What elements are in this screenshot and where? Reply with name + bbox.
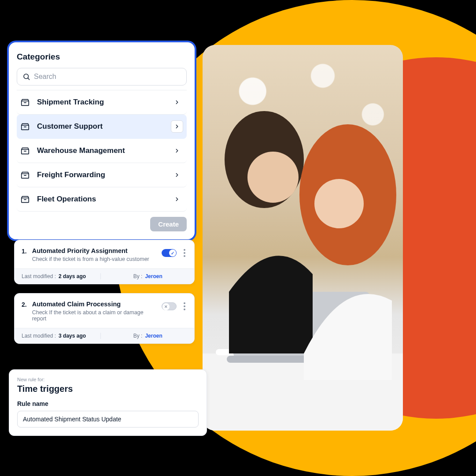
create-button[interactable]: Create [150,217,187,231]
by-label: By : [133,273,143,279]
rule-card: 2. Automated Claim Processing Check If t… [14,293,195,344]
inbox-icon [20,146,30,156]
category-item-fleet-operations[interactable]: Fleet Operations [17,187,187,212]
inbox-icon [20,170,30,180]
rule-subtitle: Check If the ticket is about a claim or … [32,309,156,322]
hero-photo [203,45,403,431]
last-modified-label: Last modified : [22,273,56,279]
chevron-right-icon [171,145,183,157]
chevron-right-icon [171,96,183,108]
category-label: Fleet Operations [37,195,96,204]
svg-point-7 [314,179,364,228]
svg-line-9 [28,78,29,79]
new-rule-heading: Time triggers [17,384,199,394]
categories-panel: Categories Shipment Tracking [9,42,195,239]
by-user-link[interactable]: Jeroen [145,333,162,339]
svg-point-5 [247,152,299,203]
category-item-freight-forwarding[interactable]: Freight Forwarding [17,163,187,187]
category-label: Warehouse Management [37,146,125,155]
search-field[interactable] [17,68,187,86]
inbox-icon [20,194,30,204]
inbox-icon [20,122,30,131]
rule-card: 1. Automated Priority Assignment Check i… [14,240,195,284]
rule-name-input[interactable] [17,411,199,428]
search-icon [22,73,30,81]
last-modified-value: 2 days ago [59,273,86,279]
new-rule-panel: New rule for: Time triggers Rule name [9,369,207,436]
category-label: Freight Forwarding [37,171,105,179]
last-modified-value: 3 days ago [59,333,86,339]
category-item-customer-support[interactable]: Customer Support [17,115,187,139]
rule-toggle[interactable] [162,302,177,310]
new-rule-eyebrow: New rule for: [17,377,199,382]
rule-toggle[interactable] [162,249,177,257]
categories-actions: Create [17,212,187,231]
by-label: By : [133,333,143,339]
kebab-menu-icon[interactable] [182,301,187,312]
category-item-warehouse-management[interactable]: Warehouse Management [17,139,187,163]
rule-subtitle: Check if the ticket is from a high-value… [32,256,156,262]
category-item-shipment-tracking[interactable]: Shipment Tracking [17,90,187,115]
category-label: Shipment Tracking [37,98,104,107]
stage: Categories Shipment Tracking [0,0,476,476]
rules-panel: 1. Automated Priority Assignment Check i… [14,240,195,344]
kebab-menu-icon[interactable] [182,247,187,259]
inbox-icon [20,97,30,107]
chevron-right-icon [171,169,183,181]
rule-number: 1. [22,247,27,255]
rule-title: Automated Priority Assignment [32,247,156,254]
categories-title: Categories [17,52,187,62]
chevron-right-icon [171,120,183,133]
last-modified-label: Last modified : [22,333,56,339]
rule-number: 2. [22,301,27,308]
rule-title: Automated Claim Processing [32,301,156,308]
search-input[interactable] [34,73,181,81]
rule-name-label: Rule name [17,400,199,407]
category-label: Customer Support [37,122,103,131]
by-user-link[interactable]: Jeroen [145,273,162,279]
chevron-right-icon [171,193,183,205]
category-list: Shipment Tracking Customer Support War [17,90,187,212]
